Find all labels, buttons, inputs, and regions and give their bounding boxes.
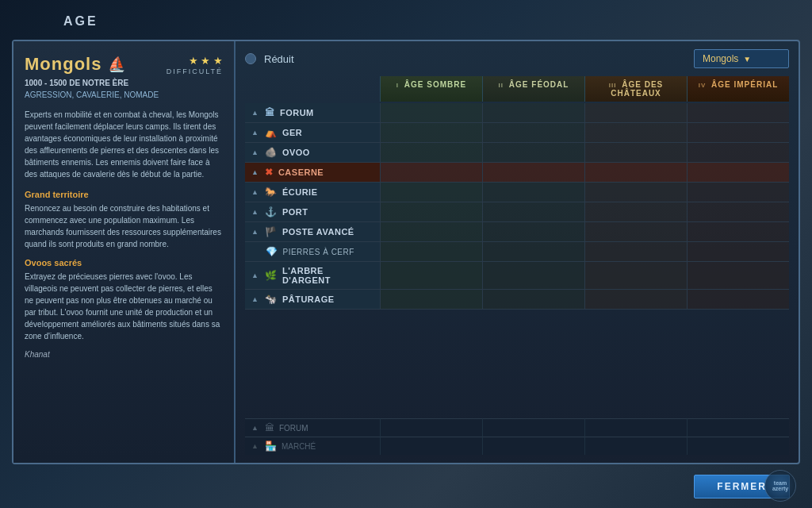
trait2-desc: Extrayez de précieuses pierres avec l'ov… xyxy=(25,271,223,342)
cell-port-imperial xyxy=(687,202,789,222)
cell-ovoo-imperial xyxy=(687,143,789,163)
forum-icon-bottom: 🏛 xyxy=(265,422,274,433)
cell-ger-feudal xyxy=(482,123,584,143)
reduce-label: Réduit xyxy=(264,53,294,65)
cell-poste-imperial xyxy=(687,222,789,242)
cell-caserne-imperial xyxy=(687,163,789,183)
watermark-circle: team azerty xyxy=(764,470,796,502)
cell-caserne-feudal xyxy=(482,163,584,183)
cell-paturage-castle xyxy=(584,290,687,310)
row-arbre-argent[interactable]: ▲ 🌿 L'ARBRE D'ARGENT xyxy=(245,262,380,290)
cell-ecurie-imperial xyxy=(687,183,789,202)
expand-icon: ▲ xyxy=(251,109,259,117)
cell-ecurie-castle xyxy=(584,183,687,202)
top-bar: Réduit Mongols ▼ xyxy=(245,49,789,68)
row-ecurie[interactable]: ▲ 🐎 ÉCURIE xyxy=(245,183,380,202)
expand-icon: ▲ xyxy=(251,424,259,432)
cell-forum-dark xyxy=(380,103,482,123)
forum-icon: 🏛 xyxy=(265,107,275,118)
cell-forum-imperial xyxy=(687,103,789,123)
cell-arbre-dark xyxy=(380,262,482,290)
expand-icon: ▲ xyxy=(251,295,259,303)
row-ger[interactable]: ▲ ⛺ GER xyxy=(245,123,380,143)
civ-icon: ⛵ xyxy=(108,56,125,73)
age-castle-header: III ÂGE DES CHÂTEAUX xyxy=(584,76,687,102)
expand-icon: ▲ xyxy=(251,148,259,156)
difficulty-label: DIFFICULTÉ xyxy=(167,67,223,75)
cell-forum-castle xyxy=(584,103,687,123)
expand-icon: ▲ xyxy=(251,271,259,279)
pierres-icon: 💎 xyxy=(266,246,278,257)
marche-icon: 🏪 xyxy=(265,441,277,452)
civ-tags: AGRESSION, CAVALERIE, NOMADE xyxy=(25,90,223,99)
row-forum[interactable]: ▲ 🏛 FORUM xyxy=(245,103,380,123)
cell-ovoo-feudal xyxy=(482,143,584,163)
arbre-icon: 🌿 xyxy=(265,270,278,281)
left-panel: Mongols ⛵ ★ ★ ★ DIFFICULTÉ 1000 - 1500 D… xyxy=(13,41,236,463)
cell-poste-castle xyxy=(584,222,687,242)
cell-b-marche-dark xyxy=(380,437,482,455)
chevron-down-icon: ▼ xyxy=(743,55,751,64)
cell-ger-castle xyxy=(584,123,687,143)
civ-name: Mongols xyxy=(25,54,102,75)
row-poste-avance[interactable]: ▲ 🏴 POSTE AVANCÉ xyxy=(245,222,380,242)
civ-stars: ★ ★ ★ xyxy=(189,55,223,67)
row-pierres-cerf[interactable]: 💎 PIERRES À CERF xyxy=(245,242,380,262)
cell-b-forum-feudal xyxy=(482,418,584,437)
cell-ecurie-feudal xyxy=(482,183,584,202)
age-headers: I ÂGE SOMBRE II ÂGE FÉODAL III ÂGE DES C… xyxy=(245,76,789,102)
ger-icon: ⛺ xyxy=(265,127,278,138)
cell-arbre-imperial xyxy=(687,262,789,290)
civ-header: Mongols ⛵ ★ ★ ★ DIFFICULTÉ xyxy=(25,53,223,75)
age-imperial-header: IV ÂGE IMPÉRIAL xyxy=(687,76,789,102)
cell-ecurie-dark xyxy=(380,183,482,202)
civ-description: Experts en mobilité et en combat à cheva… xyxy=(25,109,223,180)
civ-date: 1000 - 1500 DE NOTRE ÈRE xyxy=(25,79,223,87)
right-panel: Réduit Mongols ▼ I ÂGE SOMBRE II ÂGE FÉO… xyxy=(236,41,799,463)
civ-selector[interactable]: Mongols ▼ xyxy=(694,49,789,68)
bottom-row-marche[interactable]: ▲ 🏪 MARCHÉ xyxy=(245,437,380,455)
cell-arbre-castle xyxy=(584,262,687,290)
cell-caserne-dark xyxy=(380,163,482,183)
bottom-rows: ▲ 🏛 FORUM ▲ 🏪 MARCHÉ xyxy=(245,418,789,455)
caserne-icon: ✖ xyxy=(265,167,274,178)
cell-paturage-dark xyxy=(380,290,482,310)
paturage-icon: 🐄 xyxy=(265,294,278,305)
building-rows: ▲ 🏛 FORUM ▲ ⛺ GER ▲ 🪨 OVOO xyxy=(245,103,789,417)
expand-icon: ▲ xyxy=(251,442,259,450)
cell-caserne-castle xyxy=(584,163,687,183)
cell-b-forum-dark xyxy=(380,418,482,437)
cell-ger-imperial xyxy=(687,123,789,143)
bottom-row-forum[interactable]: ▲ 🏛 FORUM xyxy=(245,418,380,437)
cell-pierres-dark xyxy=(380,242,482,262)
expand-icon: ▲ xyxy=(251,208,259,216)
age-dark-header: I ÂGE SOMBRE xyxy=(380,76,482,102)
row-paturage[interactable]: ▲ 🐄 PÂTURAGE xyxy=(245,290,380,310)
window-title: AGE xyxy=(63,14,98,29)
cell-paturage-feudal xyxy=(482,290,584,310)
cell-b-forum-castle xyxy=(584,418,687,437)
main-panel: Mongols ⛵ ★ ★ ★ DIFFICULTÉ 1000 - 1500 D… xyxy=(12,40,800,464)
expand-icon: ▲ xyxy=(251,228,259,236)
expand-icon: ▲ xyxy=(251,129,259,137)
cell-b-marche-castle xyxy=(584,437,687,455)
cell-pierres-imperial xyxy=(687,242,789,262)
trait1-desc: Renoncez au besoin de construire des hab… xyxy=(25,202,223,250)
unique-name: Khanat xyxy=(25,350,223,359)
cell-arbre-feudal xyxy=(482,262,584,290)
row-caserne[interactable]: ▲ ✖ CASERNE xyxy=(245,163,380,183)
row-port[interactable]: ▲ ⚓ PORT xyxy=(245,202,380,222)
port-icon: ⚓ xyxy=(265,206,278,217)
expand-icon: ▲ xyxy=(251,188,259,196)
trait1-title: Grand territoire xyxy=(25,190,223,199)
reduce-dot[interactable] xyxy=(245,53,256,64)
row-ovoo[interactable]: ▲ 🪨 OVOO xyxy=(245,143,380,163)
expand-icon: ▲ xyxy=(251,168,259,176)
poste-icon: 🏴 xyxy=(265,226,278,237)
ovoo-icon: 🪨 xyxy=(265,147,278,158)
cell-ovoo-castle xyxy=(584,143,687,163)
cell-b-marche-feudal xyxy=(482,437,584,455)
cell-b-forum-imperial xyxy=(687,418,789,437)
cell-b-marche-imperial xyxy=(687,437,789,455)
cell-pierres-castle xyxy=(584,242,687,262)
